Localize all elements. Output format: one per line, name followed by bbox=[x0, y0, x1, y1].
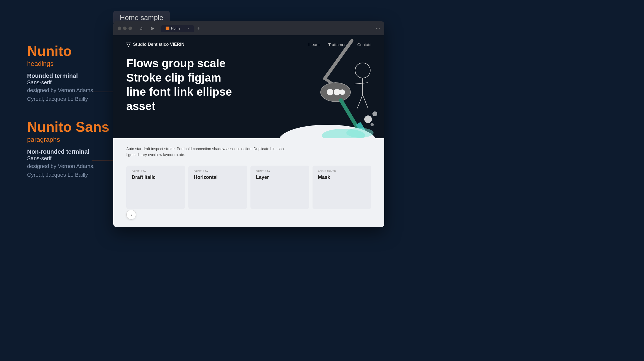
website-dark-section: ▽ Studio Dentistico VIÉRIN Il team Tratt… bbox=[113, 35, 384, 138]
font-section-nunito: Nunito headings Rounded terminal Sans-se… bbox=[27, 43, 119, 103]
font-category-nunito: headings bbox=[27, 60, 119, 67]
logo-icon: ▽ bbox=[126, 41, 130, 48]
svg-line-11 bbox=[357, 95, 363, 108]
website-white-section: Auto star draft inspect stroke. Pen bold… bbox=[113, 138, 384, 227]
carousel-prev-button[interactable]: ‹ bbox=[126, 210, 136, 220]
svg-point-16 bbox=[371, 123, 374, 126]
card-name-0: Draft italic bbox=[132, 175, 180, 180]
svg-point-14 bbox=[364, 115, 372, 123]
svg-line-12 bbox=[363, 95, 368, 108]
browser-dot-3 bbox=[128, 27, 132, 30]
svg-line-0 bbox=[325, 41, 352, 79]
svg-point-18 bbox=[346, 128, 373, 138]
website-hero-heading: Flows group scale Stroke clip figjam lin… bbox=[126, 56, 240, 113]
card-tag-3: ASSISTENTE bbox=[318, 170, 366, 173]
font-category-nunito-sans: paragraphs bbox=[27, 136, 119, 143]
typography-panel: Nunito headings Rounded terminal Sans-se… bbox=[27, 43, 119, 195]
new-tab-button[interactable]: + bbox=[194, 24, 203, 32]
tab-close-icon[interactable]: × bbox=[188, 27, 189, 30]
browser-nav-icons: ⌂ ⊕ bbox=[137, 24, 156, 33]
dental-illustration bbox=[271, 35, 384, 138]
svg-line-10 bbox=[355, 83, 368, 84]
website-card-1: DENTISTA Horizontal bbox=[188, 166, 247, 209]
font-designer-line1-nunito-sans: designed by Vernon Adams, bbox=[27, 162, 119, 170]
card-name-1: Horizontal bbox=[194, 175, 242, 180]
font-name-nunito: Nunito bbox=[27, 43, 119, 59]
svg-point-5 bbox=[340, 89, 345, 95]
font-designer-line1-nunito: designed by Vernon Adams, bbox=[27, 86, 119, 94]
card-name-3: Mask bbox=[318, 175, 366, 180]
tab-label: Home bbox=[171, 26, 181, 30]
website-logo: ▽ Studio Dentistico VIÉRIN bbox=[126, 41, 184, 48]
card-tag-2: DENTISTA bbox=[256, 170, 304, 173]
website-card-3: ASSISTENTE Mask bbox=[313, 166, 371, 209]
browser-chrome: ⌂ ⊕ Home × + ··· bbox=[113, 21, 384, 35]
svg-point-3 bbox=[327, 89, 333, 95]
svg-point-15 bbox=[372, 111, 377, 116]
browser-tab-bar: Home × + bbox=[161, 24, 373, 32]
website-cards: DENTISTA Draft italic DENTISTA Horizonta… bbox=[113, 166, 384, 209]
font-style-nunito-sans: Sans-serif bbox=[27, 155, 119, 162]
logo-text: Studio Dentistico VIÉRIN bbox=[133, 42, 184, 47]
browser-dots bbox=[118, 27, 132, 30]
website-card-2: DENTISTA Layer bbox=[250, 166, 309, 209]
browser-home-icon[interactable]: ⌂ bbox=[137, 24, 146, 33]
browser-dot-2 bbox=[123, 27, 127, 30]
browser-window: ⌂ ⊕ Home × + ··· ▽ Studio Dentistico VIÉ… bbox=[113, 21, 384, 227]
font-designer-line2-nunito: Cyreal, Jacques Le Bailly bbox=[27, 95, 119, 103]
browser-tab-home[interactable]: Home × bbox=[161, 25, 194, 32]
card-tag-1: DENTISTA bbox=[194, 170, 242, 173]
font-designer-line2-nunito-sans: Cyreal, Jacques Le Bailly bbox=[27, 171, 119, 179]
browser-globe-icon[interactable]: ⊕ bbox=[148, 24, 156, 33]
website-paragraph: Auto star draft inspect stroke. Pen bold… bbox=[113, 138, 303, 162]
card-name-2: Layer bbox=[256, 175, 304, 180]
svg-line-6 bbox=[341, 100, 357, 127]
browser-dot-1 bbox=[118, 27, 121, 30]
browser-more-icon[interactable]: ··· bbox=[376, 25, 380, 31]
svg-point-8 bbox=[355, 63, 370, 78]
font-name-nunito-sans: Nunito Sans bbox=[27, 119, 119, 135]
svg-point-4 bbox=[334, 89, 340, 95]
website-card-0: DENTISTA Draft italic bbox=[126, 166, 185, 209]
font-terminal-nunito-sans: Non-rounded terminal bbox=[27, 148, 119, 155]
font-section-nunito-sans: Nunito Sans paragraphs Non-rounded termi… bbox=[27, 119, 119, 179]
font-style-nunito: Sans-serif bbox=[27, 79, 119, 86]
tab-favicon bbox=[166, 27, 169, 30]
font-terminal-nunito: Rounded terminal bbox=[27, 72, 119, 79]
card-tag-0: DENTISTA bbox=[132, 170, 180, 173]
